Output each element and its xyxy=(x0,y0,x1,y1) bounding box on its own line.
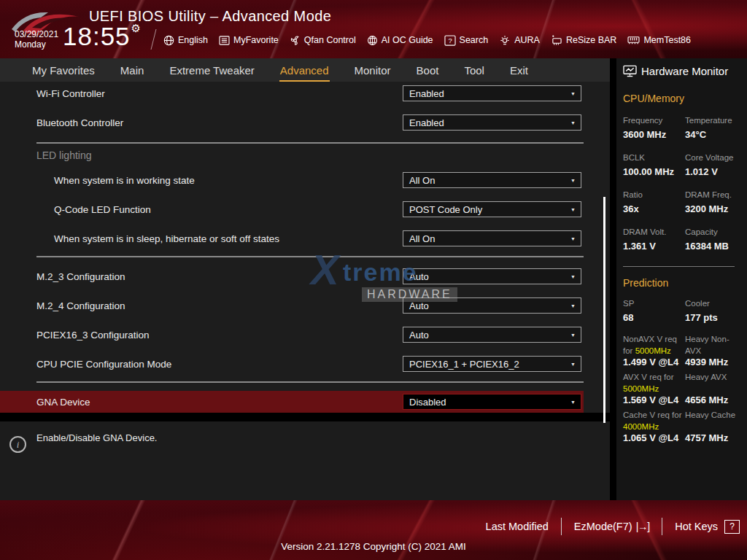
setting-label: M.2_3 Configuration xyxy=(36,271,125,282)
hotkeys-label: Hot Keys xyxy=(675,521,718,532)
ezmode-label: EzMode(F7) xyxy=(574,521,632,532)
tab-advanced[interactable]: Advanced xyxy=(279,60,330,82)
qcode-led-dropdown[interactable]: POST Code Only ▼ xyxy=(403,201,581,217)
stat-heavy-avx: Heavy AVX 4656 MHz xyxy=(685,371,741,408)
setting-row-cpu-pcie: CPU PCIE Configuration Mode PCIEX16_1 + … xyxy=(0,356,610,372)
menu-item-qfan[interactable]: Qfan Control xyxy=(290,35,356,46)
scrollbar-thumb[interactable] xyxy=(603,197,605,423)
menu-item-myfavorite[interactable]: MyFavorite xyxy=(219,35,279,45)
setting-label: GNA Device xyxy=(36,397,90,408)
footer-actions: Last Modified EzMode(F7) |→] Hot Keys ? xyxy=(486,518,740,535)
working-state-led-dropdown[interactable]: All On ▼ xyxy=(403,172,581,188)
section-divider xyxy=(36,142,584,144)
chevron-down-icon: ▼ xyxy=(570,178,576,183)
menu-item-ai-oc[interactable]: AI OC Guide xyxy=(367,35,433,46)
setting-row-gna-selected[interactable]: GNA Device Disabled ▼ xyxy=(0,391,584,413)
chevron-down-icon: ▼ xyxy=(570,207,576,212)
clock-settings-gear-icon[interactable]: ⚙ xyxy=(131,22,142,34)
stat-label: Cooler xyxy=(685,298,741,309)
dropdown-value: Enabled xyxy=(409,117,444,128)
menu-label: Search xyxy=(460,35,489,45)
tab-boot[interactable]: Boot xyxy=(416,60,440,82)
stat-label: SP xyxy=(623,298,685,309)
stat-avx-vreq: AVX V req for 5000MHz 1.569 V @L4 xyxy=(623,371,685,408)
stat-heavy-cache: Heavy Cache 4757 MHz xyxy=(685,409,741,446)
stat-value: 3200 MHz xyxy=(685,203,741,214)
stat-value: 4656 MHz xyxy=(685,394,741,405)
date-value: 03/29/2021 xyxy=(15,29,58,39)
dropdown-value: Auto xyxy=(409,300,429,311)
stat-dram-freq: DRAM Freq. 3200 MHz xyxy=(685,190,741,214)
memtest-icon xyxy=(627,35,640,45)
sleep-state-led-dropdown[interactable]: All On ▼ xyxy=(403,230,581,246)
stat-label: NonAVX V req for 5000MHz xyxy=(623,333,685,357)
svg-text:?: ? xyxy=(448,36,452,44)
tab-exit[interactable]: Exit xyxy=(509,60,529,82)
stat-value: 68 xyxy=(623,312,685,323)
stat-value: 16384 MB xyxy=(685,241,741,252)
last-modified-button[interactable]: Last Modified xyxy=(486,521,549,532)
header-divider xyxy=(151,29,157,50)
m2-3-config-dropdown[interactable]: Auto ▼ xyxy=(403,268,581,284)
nav-tabs: My Favorites Main Extreme Tweaker Advanc… xyxy=(0,58,610,82)
setting-label: Wi-Fi Controller xyxy=(36,88,105,99)
ai-oc-guide-icon xyxy=(367,35,378,46)
prediction-row-avx: AVX V req for 5000MHz 1.569 V @L4 Heavy … xyxy=(623,371,741,408)
menu-label: Qfan Control xyxy=(304,35,356,45)
aura-icon xyxy=(499,35,511,46)
cpu-memory-section-title: CPU/Memory xyxy=(623,93,741,104)
dropdown-value: Auto xyxy=(409,330,429,341)
chevron-down-icon: ▼ xyxy=(570,91,576,96)
section-divider xyxy=(36,381,584,383)
menu-item-language[interactable]: English xyxy=(163,35,208,46)
stat-heavy-nonavx: Heavy Non-AVX 4939 MHz xyxy=(685,333,741,370)
ezmode-button[interactable]: EzMode(F7) |→] xyxy=(574,521,649,532)
setting-label: CPU PCIE Configuration Mode xyxy=(36,359,171,370)
hardware-monitor-title: Hardware Monitor xyxy=(641,65,728,77)
help-text: Enable/Disable GNA Device. xyxy=(36,432,157,443)
pciex16-3-config-dropdown[interactable]: Auto ▼ xyxy=(403,327,581,343)
ezmode-exit-icon: |→] xyxy=(636,521,650,532)
tab-main[interactable]: Main xyxy=(120,60,145,82)
stat-temperature: Temperature 34°C xyxy=(685,115,741,140)
stat-value: 1.499 V @L4 xyxy=(623,357,685,368)
stat-sp: SP 68 xyxy=(623,298,685,323)
tab-extreme-tweaker[interactable]: Extreme Tweaker xyxy=(169,60,255,82)
menu-item-memtest[interactable]: MemTest86 xyxy=(627,35,691,45)
menu-item-search[interactable]: ? Search xyxy=(444,35,489,46)
globe-icon xyxy=(163,35,174,46)
setting-row-wifi: Wi-Fi Controller Enabled ▼ xyxy=(0,85,610,101)
last-modified-label: Last Modified xyxy=(486,521,549,532)
hotkeys-button[interactable]: Hot Keys ? xyxy=(675,520,740,534)
cpu-pcie-mode-dropdown[interactable]: PCIEX16_1 + PCIEX16_2 ▼ xyxy=(403,356,581,372)
tab-my-favorites[interactable]: My Favorites xyxy=(31,60,96,82)
m2-4-config-dropdown[interactable]: Auto ▼ xyxy=(403,298,581,314)
day-value: Monday xyxy=(15,39,58,50)
chevron-down-icon: ▼ xyxy=(570,332,576,338)
time-display[interactable]: 18:55⚙ xyxy=(63,22,142,51)
menu-label: MemTest86 xyxy=(643,35,691,45)
top-menu: English MyFavorite Qfan Control AI OC Gu… xyxy=(163,29,691,51)
wifi-controller-dropdown[interactable]: Enabled ▼ xyxy=(403,85,581,101)
dropdown-value: PCIEX16_1 + PCIEX16_2 xyxy=(409,359,519,370)
main-panel: My Favorites Main Extreme Tweaker Advanc… xyxy=(0,58,610,500)
resize-bar-icon xyxy=(551,35,562,46)
menu-label: AI OC Guide xyxy=(382,35,433,45)
stat-core-voltage: Core Voltage 1.012 V xyxy=(685,152,741,177)
menu-item-aura[interactable]: AURA xyxy=(499,35,540,46)
bluetooth-controller-dropdown[interactable]: Enabled ▼ xyxy=(403,114,581,131)
panel-gap xyxy=(0,413,610,421)
gna-device-dropdown[interactable]: Disabled ▼ xyxy=(403,394,581,410)
menu-label: English xyxy=(178,35,208,45)
tab-monitor[interactable]: Monitor xyxy=(354,60,392,82)
cpu-memory-stats: Frequency 3600 MHz Temperature 34°C BCLK… xyxy=(623,115,741,252)
menu-item-resize-bar[interactable]: ReSize BAR xyxy=(551,35,616,46)
stat-label: Ratio xyxy=(623,190,685,201)
date-display: 03/29/2021 Monday xyxy=(15,29,58,50)
stat-cooler: Cooler 177 pts xyxy=(685,298,741,323)
uefi-bios-screen: UEFI BIOS Utility – Advanced Mode 03/29/… xyxy=(0,0,747,560)
setting-label: When system is in working state xyxy=(54,175,195,186)
stat-capacity: Capacity 16384 MB xyxy=(685,227,741,252)
setting-row-working-state: When system is in working state All On ▼ xyxy=(0,172,610,188)
tab-tool[interactable]: Tool xyxy=(463,60,485,82)
